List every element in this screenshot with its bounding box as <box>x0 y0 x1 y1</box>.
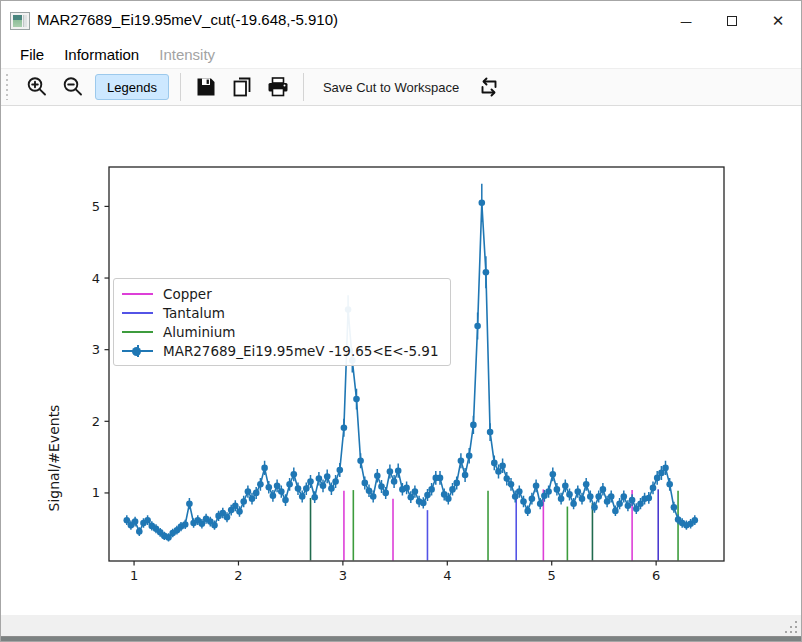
bragg-peak-lines <box>311 489 679 560</box>
svg-text:1: 1 <box>92 485 100 500</box>
svg-text:2: 2 <box>92 414 100 429</box>
title-bar[interactable]: MAR27689_Ei19.95meV_cut(-19.648,-5.910) … <box>1 1 801 41</box>
toolbar-separator <box>303 73 304 101</box>
menu-bar: File Information Intensity <box>1 41 801 68</box>
zoom-out-button[interactable] <box>58 72 88 102</box>
status-bar <box>1 615 801 636</box>
save-figure-button[interactable] <box>191 72 221 102</box>
floppy-save-icon <box>194 75 218 99</box>
loop-arrows-icon <box>477 75 501 99</box>
maximize-button[interactable] <box>709 1 755 41</box>
copy-pages-icon <box>230 75 254 99</box>
svg-text:5: 5 <box>548 568 556 583</box>
window-bottom-edge <box>1 636 801 642</box>
close-button[interactable]: ✕ <box>755 1 801 41</box>
printer-icon <box>266 75 290 99</box>
minimize-icon: ─ <box>681 13 692 30</box>
svg-text:6: 6 <box>652 568 660 583</box>
save-cut-to-workspace-button[interactable]: Save Cut to Workspace <box>313 72 469 102</box>
plot-window-icon <box>10 12 30 30</box>
toolbar-drag-handle[interactable] <box>5 74 9 100</box>
legend-entry-aluminium: Aluminium <box>122 323 442 342</box>
copy-figure-button[interactable] <box>227 72 257 102</box>
plot-region: 12345612345 Signal/#Events |Q| (Å⁻¹) Cop… <box>1 106 802 615</box>
legend-entry-cut-series: MAR27689_Ei19.95meV -19.65<E<-5.91 <box>122 342 442 361</box>
legend-entry-tantalum: Tantalum <box>122 303 442 322</box>
toolbar-separator <box>180 73 181 101</box>
print-figure-button[interactable] <box>263 72 293 102</box>
svg-text:3: 3 <box>339 568 347 583</box>
svg-text:1: 1 <box>130 568 138 583</box>
svg-text:4: 4 <box>92 271 100 286</box>
zoom-in-button[interactable] <box>22 72 52 102</box>
zoom-out-magnifier-icon <box>61 75 85 99</box>
maximize-icon <box>727 16 737 26</box>
window-title: MAR27689_Ei19.95meV_cut(-19.648,-5.910) <box>37 11 338 28</box>
y-axis-label: Signal/#Events <box>46 358 62 558</box>
close-icon: ✕ <box>772 12 785 30</box>
copper-line-sample <box>122 287 153 301</box>
resize-grip[interactable] <box>783 619 797 633</box>
zoom-in-magnifier-icon <box>25 75 49 99</box>
svg-text:2: 2 <box>234 568 242 583</box>
legends-toggle-button[interactable]: Legends <box>95 74 169 100</box>
window-controls: ─ ✕ <box>663 1 801 41</box>
menu-information[interactable]: Information <box>54 43 149 67</box>
tantalum-line-sample <box>122 306 153 320</box>
aluminium-line-sample <box>122 325 153 339</box>
toolbar: Legends Save Cut to Workspa <box>1 68 801 106</box>
minimize-button[interactable]: ─ <box>663 1 709 41</box>
svg-text:3: 3 <box>92 342 100 357</box>
plot-legend[interactable]: Copper Tantalum Aluminium MAR27689_Ei19.… <box>113 278 451 366</box>
legend-entry-copper: Copper <box>122 284 442 303</box>
menu-file[interactable]: File <box>10 43 54 67</box>
cut-series-errorbar-sample <box>122 344 153 358</box>
menu-intensity[interactable]: Intensity <box>149 43 225 67</box>
svg-text:5: 5 <box>92 199 100 214</box>
svg-text:4: 4 <box>443 568 451 583</box>
mslice-cut-plot-window: MAR27689_Ei19.95meV_cut(-19.648,-5.910) … <box>0 0 802 642</box>
flip-axes-button[interactable] <box>474 72 504 102</box>
